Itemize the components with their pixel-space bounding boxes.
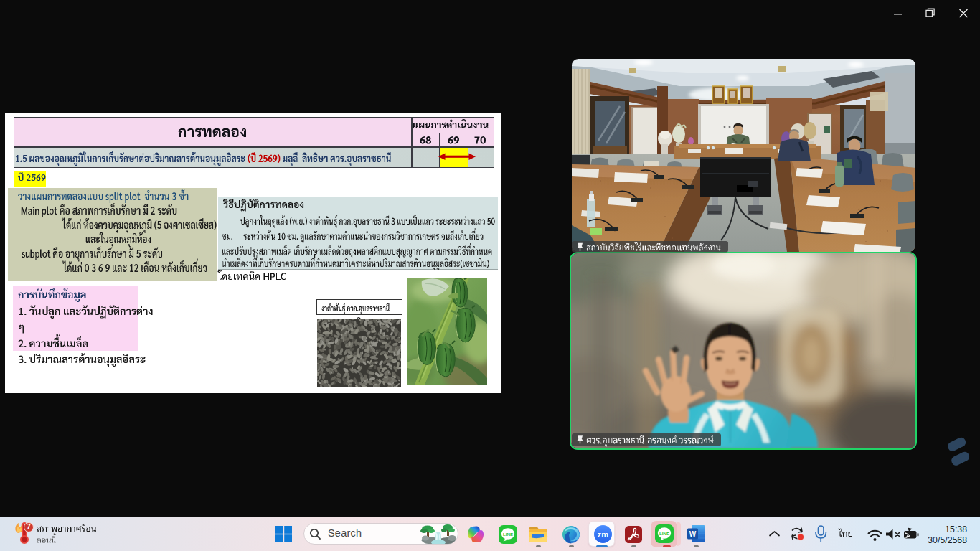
svg-text:LINE: LINE [659,531,669,536]
svg-text:W: W [689,530,697,538]
svg-text:LINE: LINE [503,532,513,537]
svg-text:zm: zm [598,530,609,539]
